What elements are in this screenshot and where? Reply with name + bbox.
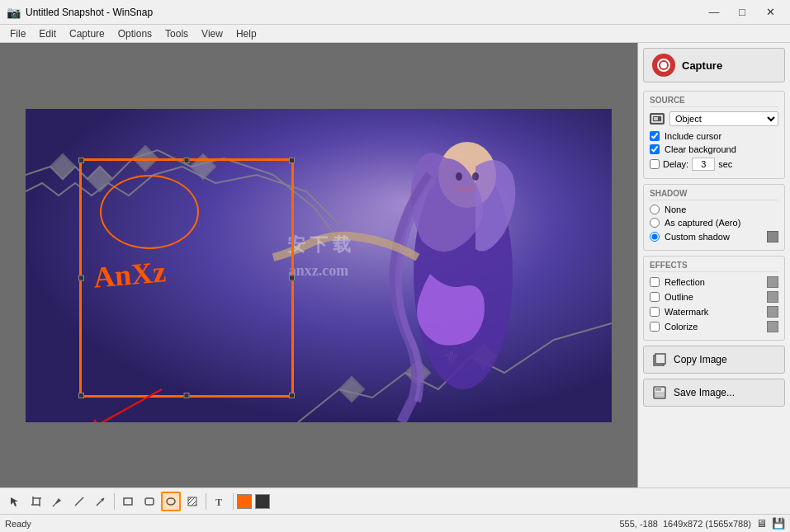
copy-image-button[interactable]: Copy Image bbox=[643, 346, 785, 374]
delay-checkbox[interactable] bbox=[650, 159, 660, 169]
clear-background-checkbox[interactable] bbox=[650, 144, 660, 154]
svg-rect-36 bbox=[124, 498, 132, 505]
svg-marker-27 bbox=[11, 497, 18, 506]
svg-rect-25 bbox=[655, 387, 661, 391]
outline-settings-btn[interactable] bbox=[767, 291, 778, 303]
svg-point-13 bbox=[472, 172, 479, 181]
include-cursor-row: Include cursor bbox=[650, 131, 778, 141]
include-cursor-checkbox[interactable] bbox=[650, 131, 660, 141]
sep1 bbox=[114, 493, 115, 510]
status-right: 555, -188 1649x872 (1565x788) 🖥 💾 bbox=[619, 517, 785, 530]
screenshot-background: ⚜ 安 下 载 anxz.com bbox=[26, 109, 612, 422]
rounded-rect-tool[interactable] bbox=[140, 492, 159, 511]
maximize-button[interactable]: □ bbox=[729, 3, 755, 21]
handle-tl bbox=[78, 158, 84, 163]
menu-tools[interactable]: Tools bbox=[158, 26, 195, 41]
colorize-label: Colorize bbox=[665, 322, 698, 332]
svg-point-38 bbox=[167, 498, 175, 505]
copy-image-label: Copy Image bbox=[674, 354, 727, 365]
menu-view[interactable]: View bbox=[195, 26, 229, 41]
capture-icon bbox=[652, 54, 675, 77]
menubar: File Edit Capture Options Tools View Hel… bbox=[0, 25, 790, 43]
source-dropdown[interactable]: Object Window Screen Region bbox=[669, 111, 778, 126]
colorize-settings-btn[interactable] bbox=[767, 321, 778, 332]
minimize-button[interactable]: — bbox=[701, 3, 727, 21]
colorize-checkbox[interactable] bbox=[650, 322, 660, 332]
svg-rect-21 bbox=[654, 117, 658, 120]
crop-tool[interactable] bbox=[26, 492, 46, 511]
reflection-settings-btn[interactable] bbox=[767, 276, 778, 288]
shadow-aero-label: As captured (Aero) bbox=[665, 218, 740, 228]
status-dimensions: 1649x872 (1565x788) bbox=[663, 519, 751, 529]
effects-label: Effects bbox=[650, 261, 778, 272]
svg-text:T: T bbox=[215, 497, 222, 507]
menu-edit[interactable]: Edit bbox=[32, 26, 63, 41]
watermark-checkbox[interactable] bbox=[650, 307, 660, 317]
save-status-icon: 💾 bbox=[772, 517, 785, 530]
shadow-custom-label: Custom shadow bbox=[665, 232, 730, 242]
menu-file[interactable]: File bbox=[3, 26, 32, 41]
handle-tr bbox=[289, 158, 295, 163]
titlebar-controls: — □ ✕ bbox=[701, 3, 783, 21]
delay-input[interactable] bbox=[692, 158, 715, 171]
handle-ml bbox=[78, 275, 84, 280]
select-tool[interactable] bbox=[5, 492, 25, 511]
ellipse-tool[interactable] bbox=[161, 492, 181, 511]
menu-help[interactable]: Help bbox=[229, 26, 263, 41]
titlebar: 📷 Untitled Snapshot - WinSnap — □ ✕ bbox=[0, 0, 790, 25]
menu-options[interactable]: Options bbox=[111, 26, 158, 41]
handle-mr bbox=[289, 275, 295, 280]
right-panel: Capture Source Object Window Screen Regi… bbox=[637, 43, 790, 487]
delay-label: Delay: bbox=[663, 159, 688, 169]
source-section: Source Object Window Screen Region In bbox=[643, 91, 785, 179]
rectangle-tool[interactable] bbox=[118, 492, 138, 511]
titlebar-left: 📷 Untitled Snapshot - WinSnap bbox=[7, 6, 153, 19]
drawn-ellipse bbox=[100, 175, 199, 249]
delay-unit: sec bbox=[718, 159, 732, 169]
monitor-icon: 🖥 bbox=[756, 517, 767, 530]
include-cursor-label: Include cursor bbox=[665, 131, 721, 141]
pen-tool[interactable] bbox=[48, 492, 68, 511]
arrow-tool[interactable] bbox=[91, 492, 111, 511]
svg-rect-37 bbox=[145, 498, 154, 505]
hatching-tool[interactable] bbox=[182, 492, 202, 511]
svg-line-33 bbox=[75, 497, 83, 506]
shadow-preview-box[interactable] bbox=[767, 231, 778, 242]
close-button[interactable]: ✕ bbox=[757, 3, 783, 21]
shadow-custom-radio[interactable] bbox=[650, 232, 660, 242]
text-tool[interactable]: T bbox=[210, 492, 229, 511]
save-image-label: Save Image... bbox=[674, 387, 735, 398]
watermark-row-label: Watermark bbox=[665, 307, 708, 317]
background-color-swatch[interactable] bbox=[255, 494, 270, 509]
menu-capture[interactable]: Capture bbox=[63, 26, 111, 41]
handle-tm bbox=[184, 158, 190, 163]
app-icon: 📷 bbox=[7, 6, 21, 19]
sep2 bbox=[206, 493, 206, 510]
outline-row: Outline bbox=[650, 291, 778, 303]
canvas-area[interactable]: ⚜ 安 下 载 anxz.com bbox=[0, 43, 637, 487]
outline-label: Outline bbox=[665, 292, 693, 302]
foreground-color-swatch[interactable] bbox=[237, 494, 252, 509]
status-ready: Ready bbox=[5, 519, 31, 529]
colorize-row: Colorize bbox=[650, 321, 778, 332]
svg-rect-23 bbox=[655, 354, 665, 364]
capture-button[interactable]: Capture bbox=[643, 48, 785, 82]
source-select-row: Object Window Screen Region bbox=[650, 111, 778, 126]
watermark-row: Watermark bbox=[650, 306, 778, 318]
clear-background-row: Clear background bbox=[650, 144, 778, 154]
save-image-button[interactable]: Save Image... bbox=[643, 379, 785, 407]
shadow-none-radio[interactable] bbox=[650, 205, 660, 214]
reflection-row: Reflection bbox=[650, 276, 778, 288]
statusbar: Ready 555, -188 1649x872 (1565x788) 🖥 💾 bbox=[0, 514, 790, 532]
watermark-settings-btn[interactable] bbox=[767, 306, 778, 318]
shadow-aero-radio[interactable] bbox=[650, 218, 660, 228]
svg-point-19 bbox=[660, 62, 667, 68]
svg-rect-26 bbox=[655, 393, 665, 397]
source-label: Source bbox=[650, 96, 778, 107]
status-coordinates: 555, -188 bbox=[619, 519, 657, 529]
outline-checkbox[interactable] bbox=[650, 292, 660, 302]
reflection-checkbox[interactable] bbox=[650, 277, 660, 287]
clear-background-label: Clear background bbox=[665, 144, 736, 154]
line-tool[interactable] bbox=[69, 492, 89, 511]
status-left: Ready bbox=[5, 519, 31, 529]
